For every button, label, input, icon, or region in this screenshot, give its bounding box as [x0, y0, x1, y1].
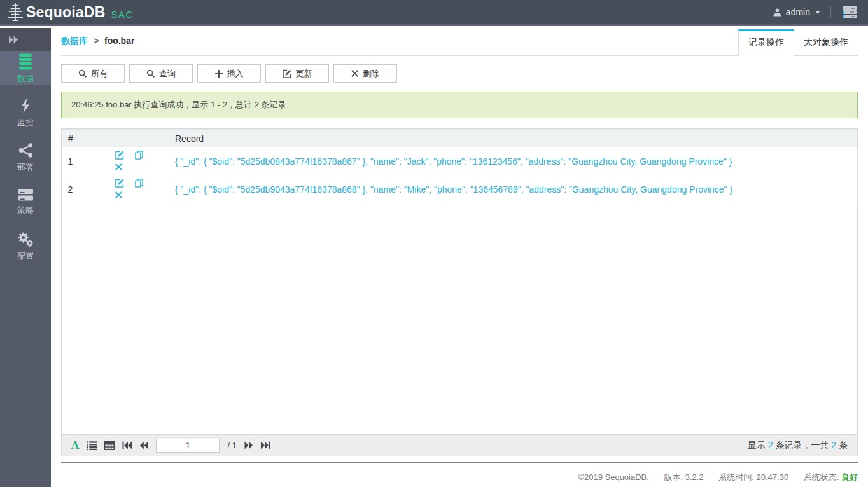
row-actions	[109, 147, 169, 175]
copy-icon[interactable]	[135, 179, 143, 189]
table-row: 1 { "_id": { "$oid": "5d25db0843a774f163…	[62, 147, 857, 175]
sidebar-item-label: 部署	[17, 161, 34, 173]
delete-button[interactable]: 删除	[333, 64, 397, 83]
user-icon	[773, 8, 782, 17]
sidebar: 数据 监控 部署	[0, 28, 51, 487]
breadcrumb-current: foo.bar	[104, 36, 134, 46]
records-panel: # Record 1	[61, 128, 858, 456]
sidebar-item-label: 策略	[17, 205, 34, 216]
last-page-icon[interactable]	[261, 441, 270, 449]
button-label: 删除	[363, 68, 379, 79]
delete-x-icon[interactable]	[115, 190, 122, 200]
copy-icon[interactable]	[135, 151, 143, 161]
server-stack-icon[interactable]	[841, 5, 858, 19]
record-count-summary: 显示 2 条记录，一共 2 条	[748, 440, 848, 451]
edit-icon[interactable]	[115, 179, 124, 189]
summary-text: 显示	[748, 440, 768, 450]
gears-icon	[17, 231, 34, 247]
all-button[interactable]: 所有	[61, 64, 125, 83]
row-actions	[109, 175, 169, 203]
sidebar-item-label: 配置	[17, 250, 34, 262]
status-badge: 良好	[841, 472, 858, 482]
topbar: 数据库 > foo.bar 记录操作 大对象操作	[61, 28, 858, 56]
page-total-label: / 1	[227, 441, 236, 450]
toolbar: 所有 查询 插入 更新 删除	[61, 64, 858, 83]
delete-x-icon	[351, 70, 358, 77]
summary-text: 条记录，一共	[773, 440, 832, 450]
row-index: 2	[62, 175, 109, 203]
first-page-icon[interactable]	[122, 441, 132, 449]
records-table: # Record 1	[62, 129, 857, 203]
query-button[interactable]: 查询	[129, 64, 193, 83]
edit-icon	[283, 69, 291, 78]
pagination-bar: A	[62, 434, 857, 456]
row-index: 1	[62, 147, 109, 175]
brand-name: SequoiaDB	[26, 4, 105, 21]
header-index: #	[62, 130, 109, 147]
version-label: 版本:	[664, 472, 685, 482]
lightning-icon	[19, 97, 32, 114]
sidebar-item-monitor[interactable]: 监控	[0, 96, 51, 130]
table-row: 2 { "_id": { "$oid": "5d25db9043a774f163…	[62, 175, 857, 203]
table-header-row: # Record	[62, 130, 857, 147]
sidebar-item-strategy[interactable]: 策略	[0, 185, 51, 219]
font-toggle-icon[interactable]: A	[71, 441, 79, 451]
insert-button[interactable]: 插入	[197, 64, 261, 83]
table-empty-area	[62, 203, 857, 434]
server-icon	[18, 188, 34, 202]
sidebar-collapse-toggle[interactable]	[0, 28, 51, 51]
sidebar-item-data[interactable]: 数据	[0, 51, 51, 85]
edit-icon[interactable]	[115, 151, 124, 161]
search-icon	[78, 69, 87, 78]
summary-count: 2	[768, 440, 773, 450]
copyright-text: ©2019 SequoiaDB.	[578, 472, 649, 482]
search-icon	[146, 69, 155, 78]
button-label: 更新	[296, 68, 312, 79]
page-number-input[interactable]	[156, 439, 220, 453]
row-record-json: { "_id": { "$oid": "5d25db9043a774f16378…	[169, 175, 857, 203]
system-status: 系统状态: 良好	[804, 472, 858, 482]
row-record-json: { "_id": { "$oid": "5d25db0843a774f16378…	[169, 147, 857, 175]
version-info: 版本: 3.2.2	[664, 472, 704, 482]
plus-icon	[215, 70, 223, 78]
caret-down-icon	[815, 11, 820, 14]
sidebar-item-config[interactable]: 配置	[0, 230, 51, 263]
header-divider	[830, 6, 831, 18]
share-nodes-icon	[18, 142, 34, 158]
table-grid-icon[interactable]	[104, 441, 115, 450]
sequoia-tree-icon	[6, 2, 24, 22]
list-view-icon[interactable]	[87, 441, 97, 450]
prev-page-icon[interactable]	[139, 441, 148, 449]
tab-record-ops[interactable]: 记录操作	[738, 29, 794, 56]
next-page-icon[interactable]	[244, 441, 253, 449]
status-label: 系统状态:	[804, 472, 841, 482]
user-name: admin	[786, 7, 810, 17]
breadcrumb-link-database[interactable]: 数据库	[61, 36, 88, 46]
version-value: 3.2.2	[685, 472, 704, 482]
success-alert: 20:46:25 foo.bar 执行查询成功，显示 1 - 2，总计 2 条记…	[61, 92, 858, 118]
sidebar-nav: 数据 监控 部署	[0, 51, 51, 274]
system-time: 系统时间: 20:47:30	[718, 472, 788, 482]
button-label: 查询	[159, 68, 176, 79]
app-header: SequoiaDB SAC admin	[0, 0, 868, 26]
time-value: 20:47:30	[757, 472, 789, 482]
breadcrumb: 数据库 > foo.bar	[61, 36, 134, 55]
time-label: 系统时间:	[718, 472, 756, 482]
delete-x-icon[interactable]	[115, 162, 122, 172]
sidebar-item-deploy[interactable]: 部署	[0, 141, 51, 174]
database-icon	[17, 53, 34, 70]
button-label: 插入	[227, 68, 244, 79]
breadcrumb-separator: >	[94, 36, 99, 46]
tab-lob-ops[interactable]: 大对象操作	[794, 29, 858, 56]
tab-bar: 记录操作 大对象操作	[738, 29, 858, 56]
header-record: Record	[169, 130, 857, 147]
brand: SequoiaDB SAC	[6, 2, 134, 22]
user-menu[interactable]: admin	[773, 7, 820, 17]
double-chevron-right-icon	[8, 36, 18, 44]
main-content: 数据库 > foo.bar 记录操作 大对象操作 所有 查询 插入	[51, 28, 868, 487]
update-button[interactable]: 更新	[265, 64, 329, 83]
summary-count: 2	[831, 440, 836, 450]
summary-text: 条	[836, 440, 848, 450]
brand-suffix: SAC	[111, 5, 133, 20]
sidebar-item-label: 监控	[17, 117, 34, 128]
